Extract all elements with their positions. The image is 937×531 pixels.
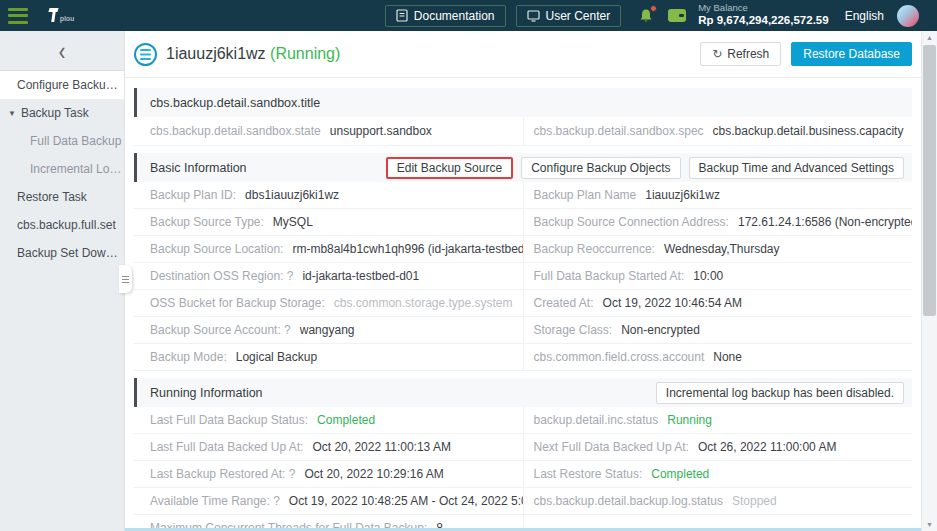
restore-database-button[interactable]: Restore Database [791,42,912,66]
sidebar-item-backup-set-download[interactable]: Backup Set Download [0,239,124,267]
field-label: Backup Plan Name [534,188,637,202]
field-value: unsupport.sandbox [330,124,432,138]
field-label: Last Full Data Backup Status: [150,413,308,427]
wallet-icon[interactable] [668,9,686,22]
status-running-text: (Running) [270,45,340,62]
screen: plou Documentation User Center My Balanc… [0,0,937,531]
avatar[interactable] [897,5,919,27]
field-row: Last Full Data Backup Status:Completed [134,407,523,434]
field-label: Backup Source Account: ? [150,323,291,337]
running-info-body: Last Full Data Backup Status:Completed L… [134,407,912,531]
language-selector[interactable]: English [845,9,884,23]
field-label: Backup Mode: [150,350,227,364]
field-value: Oct 19, 2022 10:48:25 AM - Oct 24, 2022 … [289,494,523,508]
field-row: Backup Source Type:MySQL [134,209,523,236]
column-left: Backup Plan ID:dbs1iauuzj6ki1wz Backup S… [134,182,523,371]
running-info-section: Running Information Incremental log back… [134,378,912,531]
sidebar-resize-handle[interactable] [119,265,132,293]
scroll-up-arrow[interactable]: ▲ [922,34,937,41]
sandbox-section-header: cbs.backup.detail.sandbox.title [134,88,912,117]
field-value: Wednesday,Thursday [664,242,780,256]
field-value: cbs.backup.detail.business.capacity [713,124,904,138]
field-label: Full Data Backup Started At: [534,269,685,283]
field-value: Logical Backup [236,350,317,364]
logo-mark-icon [48,8,59,23]
incremental-log-disabled-badge[interactable]: Incremental log backup has been disabled… [656,382,904,404]
field-value: cbs.common.storage.type.system [334,296,513,310]
sidebar-item-restore-task[interactable]: Restore Task [0,183,124,211]
sidebar-item-full-data-backup[interactable]: Full Data Backup [0,127,124,155]
topbar: plou Documentation User Center My Balanc… [0,0,937,31]
configure-backup-objects-button[interactable]: Configure Backup Objects [521,157,680,179]
field-value: Oct 20, 2022 11:00:13 AM [312,440,451,454]
section-title: cbs.backup.detail.sandbox.title [150,96,320,110]
field-value: Oct 20, 2022 10:29:16 AM [304,467,443,481]
edit-backup-source-button[interactable]: Edit Backup Source [386,157,513,179]
column-right: backup.detail.inc.statusRunning Next Ful… [523,407,913,531]
field-label: cbs.common.field.cross.account [534,350,705,364]
user-center-icon [527,10,540,22]
chevron-left-icon: ‹ [59,38,66,64]
field-label: Backup Source Connection Address: [534,215,729,229]
scroll-down-arrow[interactable]: ▼ [922,521,937,528]
field-label: Last Backup Restored At: ? [150,467,295,481]
vertical-scrollbar[interactable]: ▲ ▼ [921,31,937,531]
field-row: Backup Source Connection Address:172.61.… [524,209,913,236]
field-row: Last Full Data Backed Up At:Oct 20, 2022… [134,434,523,461]
content: cbs.backup.detail.sandbox.title cbs.back… [125,78,921,531]
documentation-label: Documentation [414,9,495,23]
field-row: Backup Source Location:rm-mb8al4b1cwh1qh… [134,236,523,263]
field-label: cbs.backup.detail.backup.log.status [534,494,723,508]
field-row: backup.detail.inc.statusRunning [524,407,913,434]
field-row: OSS Bucket for Backup Storage:cbs.common… [134,290,523,317]
database-backup-icon [134,43,157,66]
basic-info-body: Backup Plan ID:dbs1iauuzj6ki1wz Backup S… [134,182,912,371]
refresh-button[interactable]: ↻ Refresh [700,42,781,66]
field-value: dbs1iauuzj6ki1wz [245,188,339,202]
field-row: Backup Plan ID:dbs1iauuzj6ki1wz [134,182,523,209]
column-left: cbs.backup.detail.sandbox.state unsuppor… [134,117,523,146]
field-value: Non-encrypted [621,323,700,337]
scrollbar-thumb[interactable] [923,45,936,316]
field-label: Backup Source Type: [150,215,264,229]
field-row: Full Data Backup Started At:10:00 [524,263,913,290]
field-row: Backup Plan Name1iauuzj6ki1wz [524,182,913,209]
user-center-button[interactable]: User Center [516,5,622,27]
sidebar-item-backup-full-set[interactable]: cbs.backup.full.set [0,211,124,239]
running-info-actions: Incremental log backup has been disabled… [656,382,904,404]
field-label: Backup Plan ID: [150,188,236,202]
field-row: Last Restore Status:Completed [524,461,913,488]
column-right: Backup Plan Name1iauuzj6ki1wz Backup Sou… [523,182,913,371]
field-label: Destination OSS Region: ? [150,269,293,283]
field-row: Available Time Range: ?Oct 19, 2022 10:4… [134,488,523,515]
field-label: Last Full Data Backed Up At: [150,440,303,454]
field-label: OSS Bucket for Backup Storage: [150,296,325,310]
sandbox-section-body: cbs.backup.detail.sandbox.state unsuppor… [134,117,912,146]
menu-icon[interactable] [8,8,28,24]
documentation-button[interactable]: Documentation [385,5,506,27]
balance: My Balance Rp 9,674,294,226,572.59 [698,3,828,27]
section-title: Running Information [150,386,263,400]
basic-info-header: Basic Information Edit Backup Source Con… [134,153,912,182]
backup-time-advanced-settings-button[interactable]: Backup Time and Advanced Settings [689,157,904,179]
sidebar-collapse-button[interactable]: ‹ [0,31,124,71]
sidebar-item-label: Backup Task [21,106,89,120]
notification-badge [650,5,657,12]
field-row: cbs.backup.detail.backup.log.statusStopp… [524,488,913,515]
sidebar-nav: Configure Backup Tas... ▼Backup Task Ful… [0,71,124,267]
field-label: backup.detail.inc.status [534,413,659,427]
logo-text: plou [60,15,74,22]
document-icon [396,9,408,22]
sandbox-section: cbs.backup.detail.sandbox.title cbs.back… [134,88,912,146]
sidebar-item-backup-task[interactable]: ▼Backup Task [0,99,124,127]
field-value: Running [667,413,712,427]
balance-value: Rp 9,674,294,226,572.59 [698,14,828,27]
sidebar-item-incremental-log-backup[interactable]: Incremental Log Back... [0,155,124,183]
brand-logo[interactable]: plou [48,8,74,23]
refresh-icon: ↻ [712,47,722,61]
notification-bell-icon[interactable] [638,8,654,24]
basic-info-section: Basic Information Edit Backup Source Con… [134,153,912,371]
app-body: ‹ Configure Backup Tas... ▼Backup Task F… [0,31,937,531]
field-row: Storage Class:Non-encrypted [524,317,913,344]
sidebar-item-configure-backup-task[interactable]: Configure Backup Tas... [0,71,124,99]
